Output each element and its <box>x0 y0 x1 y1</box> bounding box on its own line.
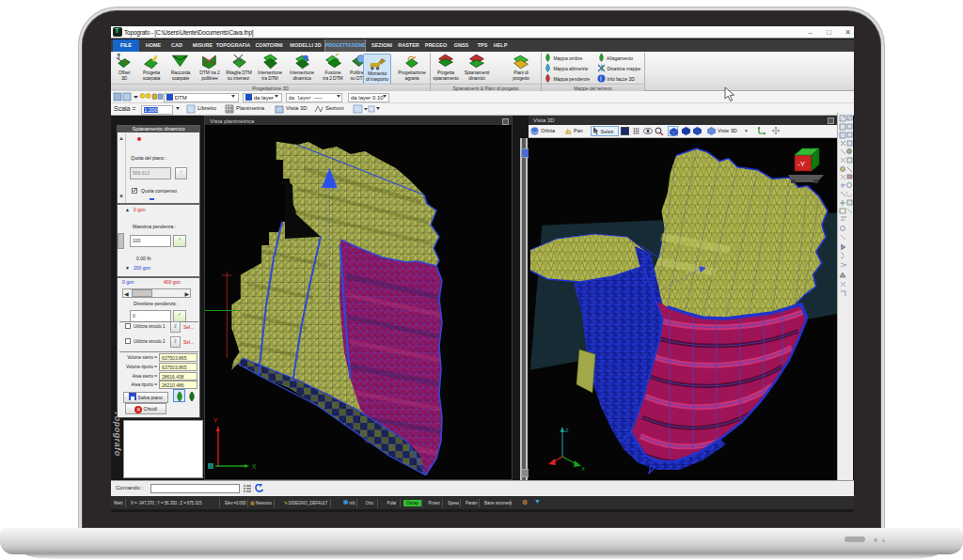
svg-text:Z: Z <box>565 428 569 433</box>
svg-text:Y: Y <box>213 417 218 424</box>
svg-text:X: X <box>581 466 585 472</box>
svg-text:-Y: -Y <box>797 160 806 168</box>
svg-text:X: X <box>252 463 257 470</box>
